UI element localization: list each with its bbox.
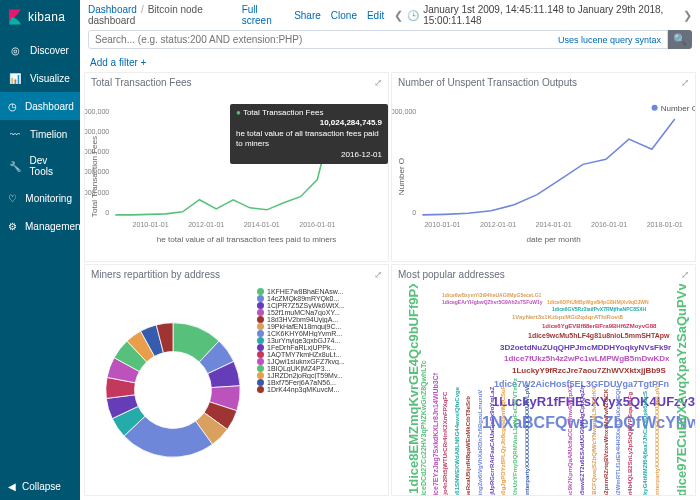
panel-utxo: Number of Unspent Transaction Outputs⤢ N… [391,72,696,262]
svg-text:Number Outputs: Number Outputs [661,104,695,113]
legend-item[interactable]: 1DrK44np3gMKuvcM... [257,386,345,393]
svg-text:8,000,000,000: 8,000,000,000 [85,128,109,135]
kibana-icon [6,8,24,26]
svg-text:6,000,000,000: 6,000,000,000 [85,148,109,155]
expand-icon[interactable]: ⤢ [374,269,382,280]
add-filter-button[interactable]: Add a filter + [80,53,700,72]
cloud-word[interactable]: 3D2oetdNuZUqQHPJmcMDDHYoqkyNVsFk9r [500,343,671,352]
cloud-word[interactable]: 1dice2pxmRZrtqBVzixvWnxsMa7wN2GCK [603,389,609,495]
search-button[interactable]: 🔍 [668,30,692,49]
cloud-word[interactable]: 1dice6YgEVBf88erBFra9BHf6ZMoyvG88 [542,323,656,329]
legend-item[interactable]: 1CK6KHY6MHgYvmR... [257,330,345,337]
clone-button[interactable]: Clone [331,10,357,21]
legend-item[interactable]: 19PkHafEN18mquj9C... [257,323,345,330]
svg-text:2010-01-01: 2010-01-01 [424,221,460,228]
cloud-word[interactable]: 1diceeRxaU5ijnfH8qaWEoMkCtbT8eSrb [465,396,471,495]
sidebar-item-dashboard[interactable]: ◷Dashboard [0,92,80,120]
cloud-word[interactable]: 1dice6DPtUMBpWgv8i4pG8HMjXv9qDJWN [547,299,649,305]
cloud-word[interactable]: 1dice6GV5Rz2iaifPvX7RMjfhaNPC8SXH [552,306,646,312]
svg-text:20,000,000: 20,000,000 [392,108,416,115]
cloud-word[interactable]: 1dicec9k7KpmQaA8Uc8aCCxfWnwEWzpXE [567,385,573,495]
svg-text:2012-01-01: 2012-01-01 [480,221,516,228]
cloud-word[interactable]: 1NxaBCFQwejSZbQfWcYNwgqML5wE3rK4 [591,387,597,495]
legend-item[interactable]: 18d3HV2bm94UyjgA... [257,316,345,323]
expand-icon[interactable]: ⤢ [374,77,382,88]
breadcrumb: Dashboard/Bitcoin node dashboard [88,4,236,26]
legend-item[interactable]: 1BIQLgUKjMZ4P3... [257,365,345,372]
cloud-word[interactable]: 1dice5wwEZT2u6ESAdUGG6MHgCpbQqZiy [579,385,585,495]
sidebar-item-visualize[interactable]: 📊Visualize [0,64,80,92]
legend-item[interactable]: 1CjPR7Z5ZSyWk6WtX... [257,302,345,309]
cloud-word[interactable]: 1HckjUpRGcrrRAtFaaCAUaGjsPx9oYmLaZ [489,387,495,495]
chart-icon: 📊 [8,71,22,85]
cloud-word[interactable]: 1dice7fUkz5h4z2wPc1wLMPWgB5mDwKDx [504,354,669,363]
legend-item[interactable]: 1AQTMY7kmHZx8uLt... [257,351,345,358]
panels: Total Transaction Fees⤢ Total Transactio… [80,72,700,500]
cloud-word[interactable]: 1dice6gJgPDYz8PLQyJb8cgPBnmWqCSuF [500,386,506,495]
svg-text:0: 0 [412,209,416,216]
expand-icon[interactable]: ⤢ [681,269,689,280]
legend-item[interactable]: 1JQwi1siuknxGFZ7kvg... [257,358,345,365]
legend-item[interactable]: 1FeDrhFaRLxjUPPk... [257,344,345,351]
cloud-word[interactable]: 1dice8EMZmqKvrGE4Qc9bUFf9PX3xaYDp [406,284,421,494]
fullscreen-button[interactable]: Full screen [242,4,284,26]
share-button[interactable]: Share [294,10,321,21]
logo[interactable]: kibana [0,0,80,36]
legend-item[interactable]: 1Bxf75Ferj6A7aN56... [257,379,345,386]
legend-item[interactable]: 152f1muMCNa7goXY... [257,309,345,316]
cloud-word[interactable]: 1dice61SNWEKWdA8LN6G44ewsiQfuCvge [454,387,460,495]
cloud-word[interactable]: 1CounterpartyXXXXXXXXXXXXXXXUWLpVr [524,385,530,495]
breadcrumb-root[interactable]: Dashboard [88,4,137,15]
legend-item[interactable]: 13urYnyige3gxbGJ74... [257,337,345,344]
panel-fees: Total Transaction Fees⤢ Total Transactio… [84,72,389,262]
sidebar-item-timelion[interactable]: 〰Timelion [0,120,80,148]
heart-icon: ♡ [8,191,17,205]
cloud-word[interactable]: 1MiningZw6iVgVhXaRDn7x6BgzuLmuxuV [477,390,483,495]
cloud-word[interactable]: 1dice9wcMu5hLF4g81u8nioL5mmSHTApw [528,332,669,339]
cloud-word[interactable]: 1diceDCd27Cc22HV3qPNZKwGnZ8QwhLTc [420,360,427,495]
cloud-word[interactable]: 1dice6wBxymYi3t94heUAG6MpG5eceLG1 [442,292,541,298]
collapse-button[interactable]: ◀Collapse [0,473,80,500]
cloud-word[interactable]: 1dice7EYzJag7SxkdKXLr8Jn14WUb3Cf [432,373,439,495]
cloud-word[interactable]: 1LuckyY9fRzcJre7aou7ZhWVXktxjjBb9S [512,366,666,375]
search-row: Uses lucene query syntax 🔍 [88,30,692,49]
svg-text:Number O: Number O [397,158,406,195]
topbar: Dashboard/Bitcoin node dashboard Full sc… [80,0,700,26]
legend-item[interactable]: 1JRZDn2joRgcjT59Mv... [257,372,345,379]
cloud-word[interactable]: 1MgKtvUzYFmyDQRMVusL1oNrFeCATVTmPz [512,378,518,495]
svg-text:date per month: date per month [526,235,580,244]
sidebar-item-discover[interactable]: ◎Discover [0,36,80,64]
search-box[interactable]: Uses lucene query syntax [88,30,668,49]
cloud-word[interactable]: 1dice97ECuByXAvqXpaYzSaQuPVvrtmz6 [674,284,689,495]
panel-title: Number of Unspent Transaction Outputs [398,77,577,88]
sidebar: kibana ◎Discover 📊Visualize ◷Dashboard 〰… [0,0,80,500]
edit-button[interactable]: Edit [367,10,384,21]
logo-text: kibana [28,10,65,24]
lucene-hint[interactable]: Uses lucene query syntax [558,35,661,45]
gauge-icon: ◷ [8,99,17,113]
svg-text:2,000,000,000: 2,000,000,000 [85,189,109,196]
legend-item[interactable]: 14cZMQk89mRYQk0... [257,295,345,302]
cloud-word[interactable]: 1PJnjo4n2Rt5jWTUrCRr4inK2XmFPXqFC [442,392,448,495]
chevron-right-icon[interactable]: ❯ [683,9,692,22]
miners-donut [93,310,253,470]
sidebar-item-management[interactable]: ⚙Management [0,212,80,240]
cloud-word[interactable]: 1dicegEArYHgbwQZhvr5G9Ah2s7SFuW1y [442,299,543,305]
cloud-word[interactable]: 1CounterpartyXXXXXXXXXXXXXXXUWLpVr [654,385,660,495]
sidebar-item-monitoring[interactable]: ♡Monitoring [0,184,80,212]
svg-text:4,000,000,000: 4,000,000,000 [85,168,109,175]
search-input[interactable] [95,34,552,45]
chevron-left-icon[interactable]: ❮ [394,9,403,22]
cloud-word[interactable]: 1LuckyG4tMMZf64j6ea7JhCz7sDpk6vdcS [642,391,648,495]
gear-icon: ⚙ [8,219,17,233]
cloud-word[interactable]: 1VayNert3x1KzbpzMGt2qdqrAThiRovi8 [512,314,623,320]
legend-item[interactable]: 1KFHE7w8BhaENAsw... [257,288,345,295]
cloud-word[interactable]: 1dicet4b4QLB2SnLy2pSbQi9YPGqaAsFg [627,392,633,495]
utxo-chart: Number O 20,000,000 0 2010-01-01 2012-01… [392,92,695,261]
cloud-word[interactable]: 1dice2WmRTLf1dEk4HH3Xs8LDuXzaHEQU [615,386,621,495]
search-icon: 🔍 [673,33,687,46]
sidebar-item-devtools[interactable]: 🔧Dev Tools [0,148,80,184]
time-picker[interactable]: ❮🕒January 1st 2009, 14:45:11.148 to Janu… [394,4,692,26]
expand-icon[interactable]: ⤢ [681,77,689,88]
panel-addresses: Most popular addresses⤢ 1NXaBCFQwejSZbQf… [391,264,696,496]
